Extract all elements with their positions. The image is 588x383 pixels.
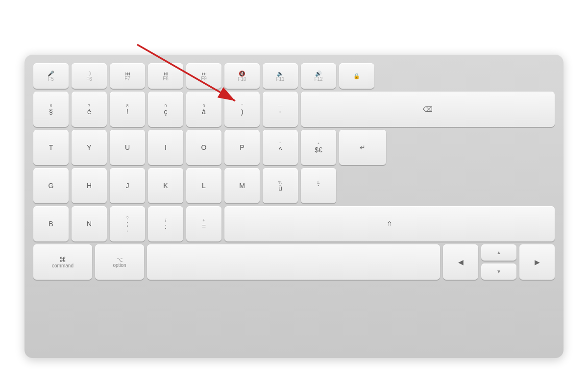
key-f6[interactable]: ☽ F6 — [72, 63, 107, 89]
key-h[interactable]: H — [72, 168, 107, 203]
key-dash[interactable]: — - — [263, 92, 298, 127]
key-t[interactable]: T — [33, 130, 69, 165]
key-8-bottom: ! — [126, 108, 128, 115]
key-question-bottom: , — [127, 227, 128, 232]
key-h-label: H — [87, 182, 92, 189]
key-f8[interactable]: ⏯ F8 — [148, 63, 183, 89]
option-icon: ⌥ — [117, 257, 123, 263]
f5-label: F5 — [48, 77, 54, 82]
mic-icon: 🎤 — [48, 71, 54, 77]
key-m[interactable]: M — [224, 168, 260, 203]
key-command[interactable]: ⌘ command — [33, 244, 92, 280]
arrow-left-icon: ◀ — [458, 258, 464, 266]
f7-label: F7 — [124, 76, 130, 81]
arrow-right-icon: ▶ — [535, 258, 540, 266]
f8-label: F8 — [163, 76, 169, 81]
key-p-label: P — [240, 144, 244, 151]
key-percent-bottom: ù — [278, 185, 282, 192]
key-caret[interactable]: ¨ ^ — [263, 130, 298, 165]
key-t-label: T — [49, 144, 53, 151]
key-9[interactable]: 9 ç — [148, 92, 183, 127]
key-f9[interactable]: ⏭ F9 — [186, 63, 221, 89]
f6-label: F6 — [86, 77, 92, 82]
key-question-mid: ; — [126, 220, 128, 227]
key-slash[interactable]: / : — [148, 206, 183, 241]
command-icon: ⌘ — [59, 256, 66, 263]
backspace-icon: ⌫ — [423, 105, 433, 113]
key-option[interactable]: ⌥ option — [95, 244, 144, 280]
key-f7[interactable]: ⏮ F7 — [110, 63, 145, 89]
option-label: option — [113, 263, 126, 268]
key-l[interactable]: L — [186, 168, 221, 203]
lock-icon: 🔒 — [353, 73, 360, 79]
modifier-row: ⌘ command ⌥ option ◀ ▲ ▼ — [33, 244, 555, 280]
f10-label: F10 — [238, 77, 246, 82]
key-question[interactable]: ? ; , — [110, 206, 145, 241]
key-j[interactable]: J — [110, 168, 145, 203]
key-n-label: N — [87, 220, 92, 227]
vol-down-icon: 🔈 — [277, 71, 284, 77]
key-dollar[interactable]: * $€ — [301, 130, 336, 165]
key-g-label: G — [49, 182, 54, 189]
key-percent[interactable]: % ù — [263, 168, 298, 203]
shift-right-icon: ⇧ — [387, 220, 392, 228]
key-k[interactable]: K — [148, 168, 183, 203]
key-l-label: L — [202, 182, 206, 189]
number-row: 6 § 7 è 8 ! 9 ç 0 à ° ) — [33, 92, 555, 127]
key-pound[interactable]: £ ` — [301, 168, 336, 203]
key-u[interactable]: U — [110, 130, 145, 165]
key-caret-bottom: ^ — [279, 146, 282, 153]
key-g[interactable]: G — [33, 168, 69, 203]
key-pound-bottom: ` — [318, 185, 320, 192]
home-row: G H J K L M % ù £ ` — [33, 168, 555, 203]
key-b[interactable]: B — [33, 206, 69, 241]
return-icon: ↵ — [360, 144, 366, 151]
key-y-label: Y — [87, 144, 91, 151]
key-j-label: J — [126, 182, 129, 189]
key-f10[interactable]: 🔇 F10 — [224, 63, 260, 89]
key-f11[interactable]: 🔈 F11 — [263, 63, 298, 89]
key-m-label: M — [239, 182, 245, 189]
key-plus[interactable]: + = — [186, 206, 221, 241]
key-0-bottom: à — [202, 108, 206, 115]
key-slash-bottom: : — [165, 223, 167, 230]
key-y[interactable]: Y — [72, 130, 107, 165]
key-arrow-down[interactable]: ▼ — [481, 263, 516, 280]
key-i[interactable]: I — [148, 130, 183, 165]
command-label: command — [52, 263, 74, 268]
key-8[interactable]: 8 ! — [110, 92, 145, 127]
arrow-up-icon: ▲ — [496, 250, 501, 255]
key-9-bottom: ç — [164, 108, 168, 115]
key-lock[interactable]: 🔒 — [339, 63, 374, 89]
key-p[interactable]: P — [224, 130, 260, 165]
key-n[interactable]: N — [72, 206, 107, 241]
moon-icon: ☽ — [87, 71, 92, 77]
key-arrow-left[interactable]: ◀ — [443, 244, 478, 280]
vol-up-icon: 🔊 — [315, 71, 322, 77]
key-6[interactable]: 6 § — [33, 92, 69, 127]
key-plus-bottom: = — [202, 223, 206, 230]
key-arrow-up[interactable]: ▲ — [481, 244, 516, 261]
key-7-bottom: è — [87, 108, 91, 115]
key-arrow-right[interactable]: ▶ — [519, 244, 555, 280]
f9-label: F9 — [201, 76, 207, 81]
key-degree[interactable]: ° ) — [224, 92, 260, 127]
arrow-down-icon: ▼ — [496, 269, 501, 274]
key-f12[interactable]: 🔊 F12 — [301, 63, 336, 89]
f11-label: F11 — [276, 77, 284, 82]
key-7[interactable]: 7 è — [72, 92, 107, 127]
key-u-label: U — [125, 144, 130, 151]
keyboard-body: 🎤 F5 ☽ F6 ⏮ F7 ⏯ F8 ⏭ F9 — [24, 54, 564, 358]
arrows-updown-cluster: ▲ ▼ — [481, 244, 516, 280]
f12-label: F12 — [314, 77, 322, 82]
key-f5[interactable]: 🎤 F5 — [33, 63, 69, 89]
key-return[interactable]: ↵ — [339, 130, 386, 165]
key-dollar-bottom: $€ — [315, 146, 322, 153]
key-b-label: B — [49, 220, 53, 227]
key-space[interactable] — [147, 244, 440, 280]
key-backspace[interactable]: ⌫ — [301, 92, 555, 127]
key-0[interactable]: 0 à — [186, 92, 221, 127]
qwerty-row: T Y U I O P ¨ ^ * $€ — [33, 130, 555, 165]
key-shift-right[interactable]: ⇧ — [224, 206, 555, 241]
key-o[interactable]: O — [186, 130, 221, 165]
